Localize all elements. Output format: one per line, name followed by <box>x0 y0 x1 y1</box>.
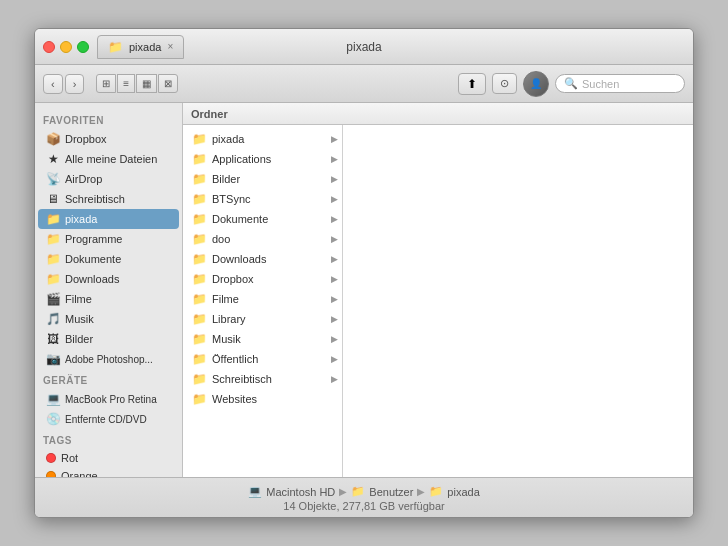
sidebar-item-filme[interactable]: 🎬 Filme <box>38 289 179 309</box>
view-list-button[interactable]: ≡ <box>117 74 135 93</box>
folder-icon-downloads: 📁 <box>191 252 207 266</box>
search-box[interactable]: 🔍 Suchen <box>555 74 685 93</box>
tag-dot-rot <box>46 453 56 463</box>
sidebar-item-cd[interactable]: 💿 Entfernte CD/DVD <box>38 409 179 429</box>
sidebar-item-macbook[interactable]: 💻 MacBook Pro Retina <box>38 389 179 409</box>
file-item-schreibtisch[interactable]: 📁 Schreibtisch ▶ <box>183 369 342 389</box>
finder-window: 📁 pixada × pixada ‹ › ⊞ ≡ ▦ ⊠ ⬆ ⊙ 👤 🔍 Su… <box>34 28 694 518</box>
sidebar-item-photoshop[interactable]: 📷 Adobe Photoshop... <box>38 349 179 369</box>
sidebar-item-programme[interactable]: 📁 Programme <box>38 229 179 249</box>
folder-icon-filme: 📁 <box>191 292 207 306</box>
sidebar-item-airdrop[interactable]: 📡 AirDrop <box>38 169 179 189</box>
sidebar-item-downloads[interactable]: 📁 Downloads <box>38 269 179 289</box>
sidebar-label-downloads: Downloads <box>65 273 119 285</box>
arrow-oeffentlich: ▶ <box>331 354 338 364</box>
arrow-pixada: ▶ <box>331 134 338 144</box>
sidebar-label-pixada: pixada <box>65 213 97 225</box>
file-item-applications[interactable]: 📁 Applications ▶ <box>183 149 342 169</box>
tab-close-button[interactable]: × <box>167 41 173 52</box>
file-label-downloads: Downloads <box>212 253 266 265</box>
file-item-doo[interactable]: 📁 doo ▶ <box>183 229 342 249</box>
file-item-oeffentlich[interactable]: 📁 Öffentlich ▶ <box>183 349 342 369</box>
search-placeholder: Suchen <box>582 78 619 90</box>
folder-icon-musik: 📁 <box>191 332 207 346</box>
sidebar-label-programme: Programme <box>65 233 122 245</box>
breadcrumb-sep-1: ▶ <box>339 486 347 497</box>
arrow-applications: ▶ <box>331 154 338 164</box>
sidebar-item-dropbox[interactable]: 📦 Dropbox <box>38 129 179 149</box>
arrow-btsync: ▶ <box>331 194 338 204</box>
alle-icon: ★ <box>46 152 60 166</box>
file-label-dropbox: Dropbox <box>212 273 254 285</box>
sidebar-label-dropbox: Dropbox <box>65 133 107 145</box>
breadcrumb-hd-label: Macintosh HD <box>266 486 335 498</box>
arrow-doo: ▶ <box>331 234 338 244</box>
file-item-dokumente[interactable]: 📁 Dokumente ▶ <box>183 209 342 229</box>
window-tab[interactable]: 📁 pixada × <box>97 35 184 59</box>
sidebar-item-dokumente[interactable]: 📁 Dokumente <box>38 249 179 269</box>
share-button[interactable]: ⬆ <box>458 73 486 95</box>
file-column: 📁 pixada ▶ 📁 Applications ▶ 📁 Bilder ▶ <box>183 125 343 477</box>
dokumente-icon: 📁 <box>46 252 60 266</box>
sidebar-label-dokumente: Dokumente <box>65 253 121 265</box>
breadcrumb-sep-2: ▶ <box>417 486 425 497</box>
pixada-icon: 📁 <box>46 212 60 226</box>
sidebar-item-alle[interactable]: ★ Alle meine Dateien <box>38 149 179 169</box>
sidebar-label-schreibtisch: Schreibtisch <box>65 193 125 205</box>
file-item-bilder[interactable]: 📁 Bilder ▶ <box>183 169 342 189</box>
folder-icon-btsync: 📁 <box>191 192 207 206</box>
sidebar-item-schreibtisch[interactable]: 🖥 Schreibtisch <box>38 189 179 209</box>
arrow-library: ▶ <box>331 314 338 324</box>
sidebar-label-cd: Entfernte CD/DVD <box>65 414 147 425</box>
back-button[interactable]: ‹ <box>43 74 63 94</box>
link-button[interactable]: ⊙ <box>492 73 517 94</box>
file-item-library[interactable]: 📁 Library ▶ <box>183 309 342 329</box>
folder-icon-dokumente: 📁 <box>191 212 207 226</box>
view-cover-button[interactable]: ⊠ <box>158 74 178 93</box>
user-avatar[interactable]: 👤 <box>523 71 549 97</box>
file-item-filme[interactable]: 📁 Filme ▶ <box>183 289 342 309</box>
downloads-icon: 📁 <box>46 272 60 286</box>
sidebar-item-orange[interactable]: Orange <box>38 467 179 477</box>
folder-icon-websites: 📁 <box>191 392 207 406</box>
folder-icon-applications: 📁 <box>191 152 207 166</box>
file-item-downloads[interactable]: 📁 Downloads ▶ <box>183 249 342 269</box>
search-icon: 🔍 <box>564 77 578 90</box>
file-label-doo: doo <box>212 233 230 245</box>
sidebar-item-bilder[interactable]: 🖼 Bilder <box>38 329 179 349</box>
file-item-btsync[interactable]: 📁 BTSync ▶ <box>183 189 342 209</box>
file-item-dropbox[interactable]: 📁 Dropbox ▶ <box>183 269 342 289</box>
arrow-dokumente: ▶ <box>331 214 338 224</box>
folder-icon-schreibtisch: 📁 <box>191 372 207 386</box>
sidebar-item-rot[interactable]: Rot <box>38 449 179 467</box>
filme-icon: 🎬 <box>46 292 60 306</box>
arrow-bilder: ▶ <box>331 174 338 184</box>
maximize-button[interactable] <box>77 41 89 53</box>
arrow-schreibtisch: ▶ <box>331 374 338 384</box>
file-item-musik[interactable]: 📁 Musik ▶ <box>183 329 342 349</box>
file-item-websites[interactable]: 📁 Websites <box>183 389 342 409</box>
folder-icon-bilder: 📁 <box>191 172 207 186</box>
sidebar-item-pixada[interactable]: 📁 pixada <box>38 209 179 229</box>
sidebar-label-macbook: MacBook Pro Retina <box>65 394 157 405</box>
file-item-pixada[interactable]: 📁 pixada ▶ <box>183 129 342 149</box>
sidebar-label-rot: Rot <box>61 452 78 464</box>
breadcrumb-pixada-label: pixada <box>447 486 479 498</box>
folder-icon-doo: 📁 <box>191 232 207 246</box>
file-label-schreibtisch: Schreibtisch <box>212 373 272 385</box>
view-icon-button[interactable]: ⊞ <box>96 74 116 93</box>
forward-button[interactable]: › <box>65 74 85 94</box>
breadcrumb-benutzer-icon: 📁 <box>351 485 365 498</box>
view-column-button[interactable]: ▦ <box>136 74 157 93</box>
sidebar-section-favoriten: FAVORITEN <box>35 109 182 129</box>
close-button[interactable] <box>43 41 55 53</box>
arrow-filme: ▶ <box>331 294 338 304</box>
traffic-lights <box>43 41 89 53</box>
file-label-dokumente: Dokumente <box>212 213 268 225</box>
sidebar-label-photoshop: Adobe Photoshop... <box>65 354 153 365</box>
folder-icon-dropbox: 📁 <box>191 272 207 286</box>
sidebar-item-musik[interactable]: 🎵 Musik <box>38 309 179 329</box>
tab-area: 📁 pixada × <box>97 35 685 59</box>
minimize-button[interactable] <box>60 41 72 53</box>
sidebar-section-geraete: GERÄTE <box>35 369 182 389</box>
